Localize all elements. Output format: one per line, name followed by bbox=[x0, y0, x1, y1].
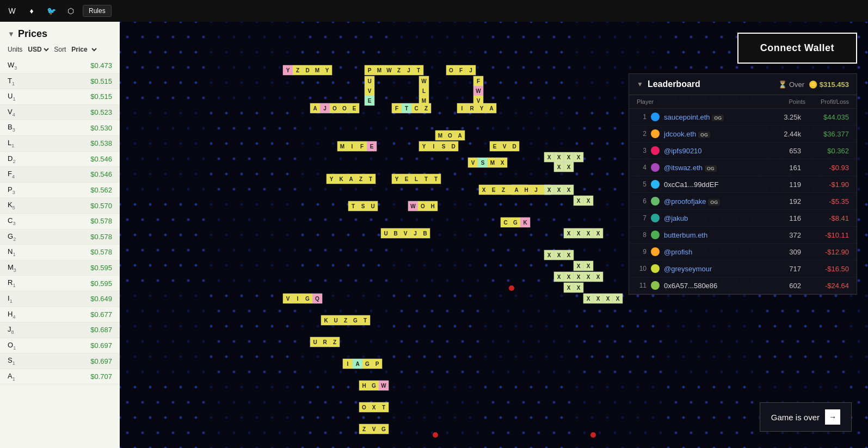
price-row[interactable]: R1 $0.595 bbox=[0, 276, 120, 291]
twitter-icon[interactable]: 🐦 bbox=[44, 3, 59, 18]
rank-number: 4 bbox=[637, 164, 647, 171]
price-row[interactable]: B3 $0.530 bbox=[0, 120, 120, 136]
rank-number: 2 bbox=[637, 130, 647, 138]
avatar bbox=[651, 180, 660, 189]
collapse-icon[interactable]: ▼ bbox=[8, 30, 15, 38]
price-value: $0.515 bbox=[90, 77, 112, 85]
leaderboard-row[interactable]: 1 saucepoint.eth OG 3.25k $44.035 bbox=[629, 109, 857, 126]
price-row[interactable]: T1 $0.515 bbox=[0, 74, 120, 90]
price-row[interactable]: G2 $0.578 bbox=[0, 229, 120, 245]
player-pl: -$16.50 bbox=[805, 265, 849, 273]
player-pl: -$12.90 bbox=[805, 248, 849, 256]
price-value: $0.570 bbox=[90, 202, 112, 210]
player-points: 116 bbox=[768, 214, 801, 222]
avatar bbox=[651, 281, 660, 290]
leaderboard-row[interactable]: 10 @greyseymour 717 -$16.50 bbox=[629, 260, 857, 277]
leaderboard-row[interactable]: 11 0x6A57...580e86 602 -$24.64 bbox=[629, 277, 857, 294]
player-name: butterbum.eth bbox=[664, 231, 764, 239]
price-row[interactable]: S1 $0.697 bbox=[0, 353, 120, 369]
player-name: 0xcCa1...99ddEF bbox=[664, 181, 764, 189]
price-value: $0.538 bbox=[90, 139, 112, 147]
leaderboard-rows: 1 saucepoint.eth OG 3.25k $44.035 2 jdco… bbox=[629, 109, 857, 294]
price-row[interactable]: F4 $0.546 bbox=[0, 167, 120, 183]
price-value: $0.687 bbox=[90, 326, 112, 334]
price-row[interactable]: K5 $0.570 bbox=[0, 198, 120, 214]
player-name: @ipfs90210 bbox=[664, 147, 764, 155]
sort-label: Sort bbox=[54, 46, 66, 53]
leaderboard-row[interactable]: 2 jdcook.eth OG 2.44k $36.377 bbox=[629, 126, 857, 142]
price-letter: V4 bbox=[8, 108, 24, 117]
connect-wallet-button[interactable]: Connect Wallet bbox=[737, 33, 857, 64]
sort-select[interactable]: Price Letter bbox=[69, 45, 99, 54]
price-value: $0.595 bbox=[90, 264, 112, 272]
price-row[interactable]: D2 $0.546 bbox=[0, 152, 120, 167]
leaderboard-collapse-icon[interactable]: ▼ bbox=[637, 80, 643, 88]
price-row[interactable]: P3 $0.562 bbox=[0, 183, 120, 198]
price-value: $0.515 bbox=[90, 92, 112, 101]
hex-icon[interactable]: ⬡ bbox=[63, 3, 78, 18]
price-letter: B3 bbox=[8, 123, 24, 133]
leaderboard-row[interactable]: 7 @jakub 116 -$8.41 bbox=[629, 210, 857, 227]
player-points: 653 bbox=[768, 147, 801, 155]
rank-number: 8 bbox=[637, 231, 647, 239]
leaderboard-panel: ▼ Leaderboard ⏳ Over 🪙 $315.453 Player P… bbox=[629, 73, 857, 295]
price-letter: T1 bbox=[8, 77, 24, 86]
leaderboard-row[interactable]: 8 butterbum.eth 372 -$10.11 bbox=[629, 227, 857, 244]
price-letter: R1 bbox=[8, 278, 24, 288]
price-row[interactable]: C3 $0.578 bbox=[0, 214, 120, 229]
leaderboard-row[interactable]: 3 @ipfs90210 653 $0.362 bbox=[629, 142, 857, 159]
price-row[interactable]: L1 $0.538 bbox=[0, 136, 120, 152]
sidebar-controls: Units USD ETH Sort Price Letter bbox=[0, 43, 120, 58]
player-points: 602 bbox=[768, 282, 801, 290]
rules-button[interactable]: Rules bbox=[83, 5, 112, 17]
rank-number: 1 bbox=[637, 113, 647, 121]
logo-icon[interactable]: W bbox=[4, 3, 20, 18]
player-name: saucepoint.eth OG bbox=[664, 113, 764, 121]
price-row[interactable]: W3 $0.473 bbox=[0, 58, 120, 74]
player-points: 3.25k bbox=[768, 113, 801, 121]
leaderboard-row[interactable]: 9 @profish 309 -$12.90 bbox=[629, 244, 857, 260]
leaderboard-total: 🪙 $315.453 bbox=[809, 80, 849, 89]
price-letter: K5 bbox=[8, 201, 24, 210]
price-letter: N1 bbox=[8, 247, 24, 257]
price-row[interactable]: N1 $0.578 bbox=[0, 245, 120, 260]
price-letter: W3 bbox=[8, 61, 24, 71]
player-name: @profish bbox=[664, 248, 764, 256]
leaderboard-row[interactable]: 6 @proofofjake OG 192 -$5.35 bbox=[629, 193, 857, 210]
price-row[interactable]: I1 $0.649 bbox=[0, 291, 120, 307]
sidebar-header: ▼ Prices bbox=[0, 22, 120, 43]
player-name: 0x6A57...580e86 bbox=[664, 282, 764, 290]
price-value: $0.473 bbox=[90, 61, 112, 70]
price-letter: J8 bbox=[8, 325, 24, 335]
price-value: $0.578 bbox=[90, 248, 112, 256]
price-row[interactable]: M3 $0.595 bbox=[0, 260, 120, 276]
player-points: 161 bbox=[768, 164, 801, 172]
game-over-label: Game is over bbox=[771, 413, 820, 422]
price-row[interactable]: J8 $0.687 bbox=[0, 322, 120, 338]
rank-number: 5 bbox=[637, 181, 647, 188]
player-pl: $44.035 bbox=[805, 113, 849, 121]
price-letter: U1 bbox=[8, 92, 24, 102]
og-badge: OG bbox=[708, 199, 720, 206]
leaderboard-row[interactable]: 4 @itswaz.eth OG 161 -$0.93 bbox=[629, 159, 857, 176]
price-value: $0.530 bbox=[90, 124, 112, 132]
diamond-icon[interactable]: ♦ bbox=[24, 3, 39, 18]
price-letter: L1 bbox=[8, 139, 24, 148]
avatar bbox=[651, 129, 660, 138]
game-over-button[interactable]: Game is over → bbox=[760, 402, 852, 432]
price-row[interactable]: V4 $0.523 bbox=[0, 105, 120, 121]
price-row[interactable]: U1 $0.515 bbox=[0, 89, 120, 105]
player-points: 372 bbox=[768, 231, 801, 239]
player-name: jdcook.eth OG bbox=[664, 130, 764, 138]
avatar bbox=[651, 214, 660, 222]
price-row[interactable]: O1 $0.697 bbox=[0, 338, 120, 354]
price-value: $0.677 bbox=[90, 310, 112, 319]
leaderboard-row[interactable]: 5 0xcCa1...99ddEF 119 -$1.90 bbox=[629, 176, 857, 193]
units-select[interactable]: USD ETH bbox=[26, 45, 51, 54]
price-row[interactable]: A1 $0.707 bbox=[0, 369, 120, 385]
avatar bbox=[651, 247, 660, 256]
rank-number: 11 bbox=[637, 282, 647, 289]
price-value: $0.546 bbox=[90, 170, 112, 178]
price-row[interactable]: H4 $0.677 bbox=[0, 307, 120, 323]
sidebar: ▼ Prices Units USD ETH Sort Price Letter… bbox=[0, 22, 120, 448]
